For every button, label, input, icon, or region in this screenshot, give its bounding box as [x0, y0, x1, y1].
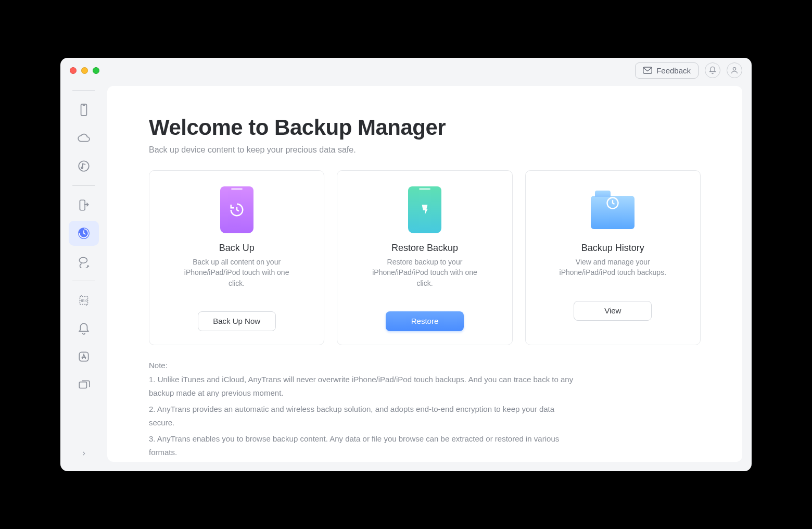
- restore-phone-icon: [408, 186, 441, 233]
- phone-transfer-icon: [77, 198, 91, 212]
- svg-text:HEIC: HEIC: [80, 299, 88, 303]
- svg-rect-6: [80, 200, 85, 210]
- notes-header: Note:: [149, 359, 576, 372]
- card-backup: Back Up Back up all content on your iPho…: [149, 170, 324, 345]
- chevron-right-icon: [80, 450, 87, 457]
- feedback-label: Feedback: [656, 66, 691, 75]
- page-title: Welcome to Backup Manager: [149, 115, 701, 140]
- close-window-button[interactable]: [70, 67, 77, 74]
- cloud-icon: [77, 131, 91, 145]
- account-button[interactable]: [727, 62, 742, 78]
- sidebar-item-device[interactable]: [69, 97, 99, 122]
- sidebar-item-icloud[interactable]: [69, 125, 99, 150]
- sidebar-item-ringtone[interactable]: [69, 316, 99, 341]
- sidebar-item-appstore[interactable]: [69, 344, 99, 369]
- card-title: Restore Backup: [391, 243, 458, 254]
- sidebar: HEIC: [60, 83, 107, 471]
- card-desc: Back up all content on your iPhone/iPad/…: [177, 257, 297, 288]
- titlebar: Feedback: [60, 58, 752, 83]
- sidebar-item-heic[interactable]: HEIC: [69, 288, 99, 313]
- card-restore: Restore Backup Restore backup to your iP…: [337, 170, 512, 345]
- sidebar-divider: [72, 281, 95, 281]
- minimize-window-button[interactable]: [81, 67, 88, 74]
- sidebar-item-social[interactable]: [69, 249, 99, 274]
- sidebar-divider: [72, 185, 95, 186]
- page-subtitle: Back up device content to keep your prec…: [149, 145, 701, 155]
- restore-button[interactable]: Restore: [386, 311, 464, 331]
- note-item: 1. Unlike iTunes and iCloud, AnyTrans wi…: [149, 373, 576, 399]
- notes-section: Note: 1. Unlike iTunes and iCloud, AnyTr…: [149, 359, 576, 459]
- svg-point-4: [79, 161, 89, 171]
- mail-icon: [643, 67, 652, 74]
- window-controls: [70, 67, 99, 74]
- note-item: 2. AnyTrans provides an automatic and wi…: [149, 402, 576, 429]
- phone-icon: [77, 103, 91, 117]
- clock-backup-icon: [77, 226, 91, 240]
- svg-point-5: [81, 167, 83, 169]
- sidebar-expand-button[interactable]: [69, 443, 99, 464]
- card-desc: View and manage your iPhone/iPad/iPod to…: [553, 257, 673, 278]
- sidebar-divider: [72, 90, 95, 91]
- app-store-icon: [77, 350, 91, 363]
- bell-icon: [708, 66, 717, 74]
- card-desc: Restore backup to your iPhone/iPad/iPod …: [365, 257, 485, 288]
- main-content: Welcome to Backup Manager Back up device…: [107, 86, 742, 462]
- sidebar-item-backup[interactable]: [69, 221, 99, 246]
- card-title: Backup History: [581, 243, 644, 254]
- user-icon: [730, 66, 739, 74]
- chat-icon: [77, 255, 91, 268]
- heic-icon: HEIC: [77, 294, 91, 307]
- svg-rect-2: [81, 104, 87, 116]
- backup-now-button[interactable]: Back Up Now: [198, 311, 276, 331]
- view-history-button[interactable]: View: [574, 301, 652, 321]
- backup-phone-icon: [220, 186, 253, 233]
- sidebar-item-phone-switch[interactable]: [69, 193, 99, 218]
- music-disc-icon: [77, 159, 91, 173]
- note-item: 3. AnyTrans enables you to browse backup…: [149, 432, 576, 459]
- svg-rect-0: [643, 67, 652, 73]
- maximize-window-button[interactable]: [93, 67, 99, 74]
- sidebar-item-mirror[interactable]: [69, 372, 99, 397]
- card-history: Backup History View and manage your iPho…: [525, 170, 701, 345]
- feedback-button[interactable]: Feedback: [635, 62, 699, 79]
- svg-point-1: [733, 68, 735, 70]
- card-row: Back Up Back up all content on your iPho…: [149, 170, 701, 345]
- app-window: Feedback: [60, 58, 752, 471]
- svg-rect-10: [79, 382, 86, 388]
- card-title: Back Up: [219, 243, 255, 254]
- sidebar-item-media[interactable]: [69, 154, 99, 179]
- screens-icon: [77, 378, 91, 392]
- notifications-button[interactable]: [705, 62, 720, 78]
- bell-outline-icon: [77, 322, 91, 335]
- history-folder-icon: [591, 196, 635, 229]
